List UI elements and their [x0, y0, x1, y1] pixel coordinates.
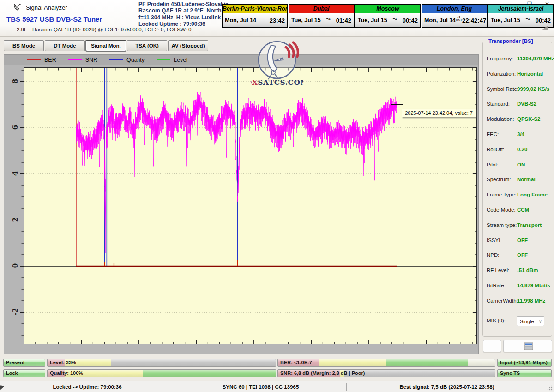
- transponder-row: Frame Type: Long Frame: [483, 192, 552, 201]
- clock-city-header: Berlin-Paris-Vienna-Roma: [223, 5, 287, 13]
- transponder-row: Modulation: QPSK-S2: [483, 116, 552, 125]
- signal-plot[interactable]: 2025-07-14 23.42.04, value: 7: [24, 67, 477, 344]
- transponder-row-value: QPSK-S2: [517, 116, 541, 122]
- statusbar: Locked -> Uptime: 79:00:36 SYNC 60 | TEI…: [0, 381, 554, 392]
- transponder-row-label: Symbol Rate:: [487, 86, 518, 92]
- transponder-row-value: OFF: [517, 252, 528, 258]
- transponder-row-value: ON: [517, 162, 525, 167]
- clock-time: 23:42: [270, 17, 285, 24]
- window-title: Signal Analyzer: [26, 4, 67, 11]
- transponder-row-label: CarrierWidth:: [487, 298, 518, 303]
- clock-date: Mon, Jul 14: [225, 17, 256, 24]
- clock-body: Tue, Jul 15 +1 00:42: [355, 13, 420, 27]
- clock-city-header: London, Eng: [422, 5, 487, 13]
- clock-body: Mon, Jul 14 23:42: [223, 13, 287, 27]
- mode-tab[interactable]: TSA (OK): [127, 40, 167, 51]
- transponder-row: Frequency: 11304,979 MHz: [483, 56, 552, 65]
- ber-bar: BER: <1.0E-7: [277, 359, 495, 367]
- transponder-row-label: Code Mode:: [487, 207, 516, 213]
- statusbar-uptime: Locked -> Uptime: 79:00:36: [0, 381, 175, 392]
- transponder-row-label: Pilot:: [487, 162, 499, 167]
- legend-line-swatch: [109, 59, 123, 60]
- transponder-row-label: RF Level:: [487, 267, 509, 273]
- transponder-row-value: Long Frame: [517, 192, 548, 197]
- transponder-row-value: Horizontal: [517, 71, 543, 77]
- clock-utc-offset: -1 DST: [456, 15, 462, 22]
- mis-dropdown[interactable]: Single ∨: [517, 316, 544, 326]
- clock-city-header: Moscow: [355, 5, 420, 13]
- chart-legend: BER SNR Quality Level: [4, 55, 478, 65]
- clock-popup-handle-icon: [541, 26, 548, 30]
- transponder-row: Code Mode: CCM: [483, 207, 552, 216]
- transponder-aux-button[interactable]: [483, 340, 501, 352]
- legend-item: BER: [27, 57, 56, 63]
- clock-city-header: Jerusalem-Israel: [488, 5, 553, 13]
- tuner-title: TBS 5927 USB DVB-S2 Tuner: [6, 15, 102, 23]
- transponder-row: RF Level: -51 dBm: [483, 267, 552, 277]
- resize-grip-icon[interactable]: [547, 385, 553, 391]
- clock-panel[interactable]: Jerusalem-Israel Tue, Jul 15 +1 00:42: [488, 4, 554, 28]
- transponder-row-label: FEC:: [487, 131, 499, 137]
- clock-panel[interactable]: Berlin-Paris-Vienna-Roma Mon, Jul 14 23:…: [222, 4, 288, 28]
- clock-panel[interactable]: Moscow Tue, Jul 15 +1 00:42: [355, 4, 421, 28]
- transponder-row-label: BitRate:: [487, 283, 506, 288]
- mode-tab[interactable]: Signal Mon.: [86, 40, 126, 51]
- transponder-row-label: Stream type:: [487, 222, 517, 228]
- app-satellite-icon: [12, 3, 22, 12]
- transponder-row: BitRate: 14,879 Mbit/s: [483, 283, 552, 292]
- transponder-row-label: ISSYI: [487, 238, 500, 243]
- legend-line-swatch: [68, 59, 82, 60]
- y-tick-label: 6: [11, 120, 18, 134]
- transponder-row-label: RollOff:: [487, 147, 504, 152]
- transponder-row-label: Frame Type:: [487, 192, 516, 197]
- clock-utc-offset: +2: [326, 17, 331, 20]
- mode-tab[interactable]: AV (Stopped): [168, 40, 208, 51]
- transponder-row: FEC: 3/4: [483, 131, 552, 141]
- site-info-line: Rascom QAF 1R at 2.9°E_North: [138, 7, 224, 14]
- transponder-row: NPD: OFF: [483, 252, 552, 261]
- clock-time: 00:42: [536, 17, 551, 24]
- svg-text:DXSATCS.COM: DXSATCS.COM: [251, 78, 303, 87]
- site-info-line: PF Prodelin 450/Lučenec-Slovakia: [138, 1, 224, 7]
- clock-time: 22:42:47: [462, 17, 486, 24]
- chevron-down-icon: ∨: [539, 319, 542, 324]
- signal-analyzer-window: Signal Analyzer — ❐ ✕ PF Prodelin 450/Lu…: [0, 0, 554, 392]
- y-tick-label: 8: [11, 74, 18, 88]
- mis-label: MIS (0):: [487, 318, 506, 323]
- clock-panel[interactable]: London, Eng Mon, Jul 14 -1 DST 22:42:47: [422, 4, 488, 28]
- statusbar-best-signal: Best signal: 7,5 dB (2025-07-12 23:58): [347, 381, 547, 392]
- transponder-groupbox: Transponder [BS] Frequency: 11304,979 MH…: [482, 42, 552, 337]
- transponder-row: CarrierWidth: 11,998 MHz: [483, 298, 552, 307]
- mode-tabs: BS ModeDT ModeSignal Mon.TSA (OK)AV (Sto…: [4, 40, 208, 51]
- snr-bar: SNR: 6,8 dB (Margin: 2,8 dB | Poor): [277, 369, 495, 377]
- present-indicator-bar: Present: [3, 359, 45, 367]
- transponder-row-label: Polarization:: [487, 71, 516, 77]
- transponder-row-label: NPD:: [487, 252, 499, 258]
- transponder-row-value: 9999,02 KS/s: [517, 86, 549, 92]
- mode-tab[interactable]: BS Mode: [4, 40, 44, 51]
- transponder-tool-button[interactable]: [503, 340, 552, 352]
- crosshair-icon: [391, 104, 403, 106]
- transponder-row: Polarization: Horizontal: [483, 71, 552, 80]
- clock-date: Tue, Jul 15: [358, 17, 387, 24]
- transponder-row-value: 0.20: [517, 147, 527, 152]
- clock-body: Tue, Jul 15 +2 01:42: [289, 13, 354, 27]
- clock-panel[interactable]: Dubai Tue, Jul 15 +2 01:42: [289, 4, 355, 28]
- transponder-row-value: 11304,979 MHz: [517, 56, 554, 61]
- clock-body: Tue, Jul 15 +1 00:42: [488, 13, 553, 27]
- clock-time: 00:42: [403, 17, 418, 24]
- transponder-row-value: Normal: [517, 177, 536, 182]
- transponder-row: RollOff: 0.20: [483, 147, 552, 156]
- transponder-row-label: Frequency:: [487, 56, 513, 61]
- clock-date: Tue, Jul 15: [491, 17, 520, 24]
- transponder-row: Standard: DVB-S2: [483, 101, 552, 110]
- mode-tab[interactable]: DT Mode: [45, 40, 85, 51]
- transponder-row-label: Spectrum:: [487, 177, 511, 182]
- mis-selected-value: Single: [520, 319, 534, 324]
- site-info-line: f=11 304 MHz_H : Vicus Luxlink: [138, 14, 224, 21]
- transponder-row-value: CCM: [517, 207, 529, 213]
- legend-line-swatch: [27, 59, 41, 60]
- transponder-row-value: Transport: [517, 222, 542, 228]
- legend-line-swatch: [157, 59, 170, 60]
- transponder-row-value: 3/4: [517, 131, 524, 137]
